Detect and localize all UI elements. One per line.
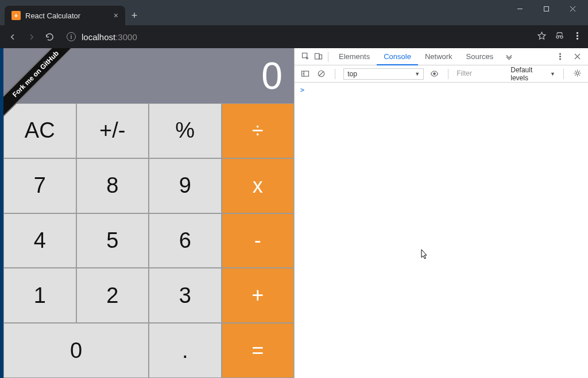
tab-favicon: + (11, 11, 21, 20)
log-levels-label: Default levels (510, 66, 548, 82)
console-sidebar-toggle-icon[interactable] (299, 65, 311, 83)
key-2[interactable]: 2 (76, 268, 149, 323)
console-toolbar: top ▼ Default levels ▼ (295, 65, 588, 83)
tab-strip: + React Calculator × + (0, 0, 588, 25)
forward-button[interactable] (24, 30, 38, 44)
close-tab-icon[interactable]: × (114, 11, 118, 20)
svg-rect-8 (315, 53, 319, 59)
key-8[interactable]: 8 (76, 158, 149, 213)
tab-title: React Calculator (25, 11, 80, 20)
window-maximize-button[interactable] (533, 0, 559, 17)
svg-point-4 (577, 32, 578, 33)
devtools-tab-console[interactable]: Console (377, 48, 418, 65)
address-bar[interactable]: i localhost:3000 (61, 28, 529, 45)
reload-button[interactable] (42, 30, 56, 44)
devtools-close-icon[interactable] (571, 48, 583, 65)
devtools-tab-sources[interactable]: Sources (459, 48, 501, 65)
devtools-menu-icon[interactable] (554, 48, 566, 65)
page-viewport: Fork me on GitHub 0 AC +/- % ÷ 7 8 9 x (0, 48, 294, 378)
browser-tab[interactable]: + React Calculator × (5, 6, 125, 25)
toolbar: i localhost:3000 (0, 25, 588, 48)
key-ac[interactable]: AC (3, 103, 76, 158)
key-percent[interactable]: % (149, 103, 222, 158)
dropdown-triangle-icon: ▼ (550, 71, 555, 77)
key-sign[interactable]: +/- (76, 103, 149, 158)
svg-point-10 (559, 53, 560, 54)
svg-point-19 (433, 72, 436, 75)
key-4[interactable]: 4 (3, 213, 76, 268)
svg-point-12 (559, 59, 560, 60)
url-port: :3000 (115, 32, 137, 42)
window-close-button[interactable] (559, 0, 586, 17)
window-minimize-button[interactable] (506, 0, 533, 17)
calculator-app: Fork me on GitHub 0 AC +/- % ÷ 7 8 9 x (3, 48, 294, 378)
browser-menu-icon[interactable] (572, 31, 582, 43)
key-3[interactable]: 3 (149, 268, 222, 323)
svg-point-20 (577, 72, 579, 75)
dropdown-triangle-icon: ▼ (415, 71, 420, 77)
bookmark-star-icon[interactable] (537, 31, 547, 43)
console-prompt-icon: > (300, 86, 304, 94)
key-1[interactable]: 1 (3, 268, 76, 323)
svg-line-18 (319, 72, 323, 76)
back-button[interactable] (6, 30, 20, 44)
key-9[interactable]: 9 (149, 158, 222, 213)
incognito-icon[interactable] (555, 31, 564, 43)
devtools-panel: Elements Console Network Sources (294, 48, 588, 378)
devtools-tabbar: Elements Console Network Sources (295, 48, 588, 65)
key-decimal[interactable]: . (149, 323, 222, 378)
svg-point-5 (577, 35, 578, 36)
key-subtract[interactable]: - (222, 213, 295, 268)
key-7[interactable]: 7 (3, 158, 76, 213)
new-tab-button[interactable]: + (125, 6, 144, 25)
url-host: localhost (82, 32, 115, 42)
devtools-tab-network[interactable]: Network (418, 48, 459, 65)
live-expression-icon[interactable] (428, 65, 440, 83)
console-filter-input[interactable] (457, 68, 502, 79)
key-divide[interactable]: ÷ (222, 103, 295, 158)
context-selected-label: top (347, 70, 357, 78)
svg-rect-9 (319, 55, 322, 60)
key-add[interactable]: + (222, 268, 295, 323)
key-5[interactable]: 5 (76, 213, 149, 268)
key-0[interactable]: 0 (3, 323, 149, 378)
devtools-tab-elements[interactable]: Elements (332, 48, 377, 65)
devtools-more-tabs-icon[interactable] (502, 48, 515, 65)
clear-console-icon[interactable] (315, 65, 327, 83)
console-body[interactable]: > (295, 83, 588, 378)
inspect-element-icon[interactable] (299, 48, 312, 65)
device-toolbar-icon[interactable] (312, 48, 324, 65)
svg-rect-1 (544, 6, 548, 11)
svg-point-6 (577, 38, 578, 39)
key-equals[interactable]: = (222, 323, 295, 378)
log-levels-selector[interactable]: Default levels ▼ (510, 66, 555, 82)
context-selector[interactable]: top ▼ (343, 68, 424, 80)
console-settings-icon[interactable] (572, 69, 583, 79)
site-info-icon[interactable]: i (67, 32, 76, 41)
svg-point-11 (559, 56, 560, 57)
mouse-cursor-icon (421, 249, 429, 262)
key-6[interactable]: 6 (149, 213, 222, 268)
key-multiply[interactable]: x (222, 158, 295, 213)
